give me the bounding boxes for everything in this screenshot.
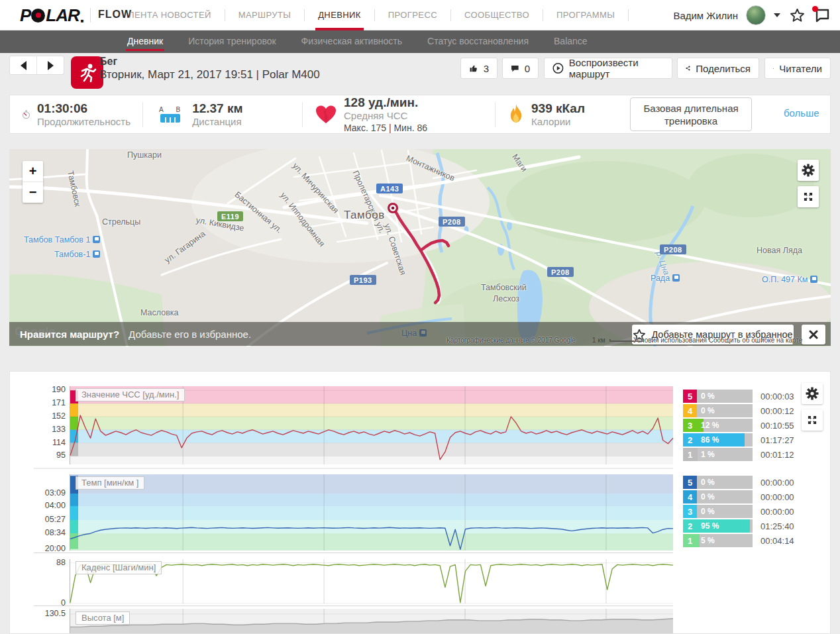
- chart-settings-button[interactable]: [802, 383, 823, 404]
- comments-button[interactable]: 0: [502, 58, 539, 79]
- nav-news-feed[interactable]: ЛЕНТА НОВОСТЕЙ: [126, 0, 214, 30]
- next-session-button[interactable]: [37, 56, 64, 74]
- hr-label: Средняя ЧСС: [344, 109, 427, 122]
- thumbs-up-icon: [469, 62, 478, 74]
- training-curves-panel: Значение ЧСС [уд./мин.] Темп [мин/км ] К…: [9, 371, 831, 634]
- subnav-training-history[interactable]: История тренировок: [188, 30, 276, 53]
- road-badge: Р208: [439, 217, 465, 227]
- hr-chart-title: Значение ЧСС [уд./мин.]: [76, 388, 185, 401]
- zone-row: 15 %00:04:14: [683, 534, 807, 547]
- map-label: Тамбовский: [481, 283, 527, 292]
- map-label: Пушкари: [127, 150, 162, 160]
- y-axis-tick: 03:09: [31, 488, 66, 498]
- map-terms-links[interactable]: Условия использования Сообщить об ошибке…: [633, 337, 802, 344]
- y-axis-tick: 08:34: [31, 528, 66, 537]
- replay-route-button[interactable]: Воспроизвести маршрут: [544, 58, 672, 79]
- zone-percent: 0 %: [701, 390, 715, 403]
- banner-close-button[interactable]: [802, 325, 825, 344]
- chevron-down-icon[interactable]: [774, 13, 780, 17]
- route-map[interactable]: ПушкариТамбовскМагиБастионная ул.ул. Мич…: [9, 149, 831, 346]
- readers-button[interactable]: Читатели: [764, 58, 831, 79]
- expand-icon: [806, 414, 818, 426]
- hr-value: 128 уд./мин.: [344, 95, 427, 109]
- subnav-physical-activity[interactable]: Физическая активность: [301, 30, 402, 53]
- nav-routes[interactable]: МАРШРУТЫ: [236, 0, 293, 30]
- comment-icon: [511, 63, 519, 74]
- zone-bar: 0 %: [697, 505, 753, 518]
- top-navbar: PLAR■ FLOW ЛЕНТА НОВОСТЕЙ МАРШРУТЫ ДНЕВН…: [0, 0, 840, 30]
- transit-icon: [810, 276, 817, 283]
- map-label: Тамбов: [344, 209, 385, 222]
- polar-logo[interactable]: PLAR■: [20, 5, 84, 25]
- nav-programs[interactable]: ПРОГРАММЫ: [554, 0, 617, 30]
- zoom-in-button[interactable]: +: [23, 161, 43, 182]
- map-label: Тамбов-1: [54, 250, 100, 259]
- y-axis-tick: 130.5: [31, 609, 66, 618]
- gear-icon: [806, 387, 819, 400]
- map-art: [9, 149, 831, 346]
- zone-row: 286 %01:17:27: [683, 433, 807, 447]
- zone-bar: 95 %: [697, 519, 753, 533]
- subnav-balance[interactable]: Balance: [554, 30, 588, 53]
- divider: [225, 9, 225, 21]
- heart-icon: [315, 105, 337, 125]
- y-axis-tick: 190: [31, 385, 66, 394]
- subnav-diary[interactable]: Дневник: [127, 30, 163, 53]
- map-settings-button[interactable]: [798, 160, 819, 181]
- divider: [450, 9, 451, 21]
- zone-number: 3: [683, 419, 697, 432]
- chart-fullscreen-button[interactable]: [802, 409, 823, 431]
- zone-row: 30 %00:00:00: [683, 505, 807, 518]
- expand-icon: [802, 191, 814, 203]
- user-name[interactable]: Вадим Жилин: [673, 10, 738, 21]
- zone-row: 11 %00:01:12: [683, 448, 807, 461]
- y-axis-tick: 0: [31, 598, 66, 608]
- zone-number: 4: [683, 404, 697, 417]
- runner-icon: [76, 62, 99, 84]
- divider: [90, 8, 91, 23]
- zone-row: 312 %00:10:55: [683, 419, 807, 432]
- map-label: Масловка: [140, 308, 178, 317]
- zone-percent: 12 %: [701, 419, 719, 432]
- y-axis-tick: 88: [31, 558, 66, 567]
- stat-duration: 01:30:06 Продолжительность: [10, 95, 142, 133]
- divider: [304, 9, 305, 21]
- map-label: Лесхоз: [493, 294, 519, 303]
- like-button[interactable]: 3: [460, 58, 498, 79]
- zone-percent: 95 %: [701, 519, 719, 533]
- zone-percent: 5 %: [701, 534, 715, 547]
- zone-row: 40 %00:00:00: [683, 490, 807, 503]
- nav-diary[interactable]: ДНЕВНИК: [315, 0, 364, 30]
- nav-progress[interactable]: ПРОГРЕСС: [386, 0, 440, 30]
- close-icon: [809, 330, 818, 339]
- more-link[interactable]: больше: [784, 107, 819, 119]
- transit-icon: [93, 250, 100, 258]
- y-axis-tick: 20:00: [31, 544, 66, 553]
- nav-community[interactable]: СООБЩЕСТВО: [462, 0, 532, 30]
- map-zoom-control: + −: [23, 161, 43, 203]
- subnav-recovery-status[interactable]: Статус восстановления: [427, 30, 529, 53]
- zoom-out-button[interactable]: −: [23, 182, 43, 203]
- stopwatch-icon: [22, 104, 30, 125]
- zone-time: 00:00:12: [761, 406, 807, 416]
- zone-number: 1: [683, 448, 697, 461]
- activity-subtitle: Вторник, Март 21, 2017 19:51 | Polar M40…: [99, 68, 320, 81]
- map-fullscreen-button[interactable]: [798, 186, 819, 207]
- training-type-button[interactable]: Базовая длительная тренировка: [630, 97, 752, 131]
- zone-number: 2: [683, 519, 697, 533]
- share-button[interactable]: Поделиться: [677, 58, 759, 79]
- share-icon: [686, 62, 690, 74]
- zone-time: 00:00:00: [761, 478, 807, 488]
- comment-count: 0: [525, 63, 530, 74]
- road-badge: Р208: [547, 267, 574, 277]
- avatar[interactable]: [746, 5, 766, 25]
- arrow-right-icon: [48, 61, 54, 70]
- zone-row: 295 %01:25:40: [683, 519, 807, 533]
- ab-label: А В: [159, 106, 185, 113]
- zone-row: 50 %00:00:00: [683, 476, 807, 489]
- zone-bar: 86 %: [697, 433, 753, 447]
- prev-session-button[interactable]: [10, 56, 37, 74]
- session-pager: [9, 56, 64, 75]
- notifications-button[interactable]: [814, 7, 831, 24]
- favorites-star-button[interactable]: [788, 7, 806, 24]
